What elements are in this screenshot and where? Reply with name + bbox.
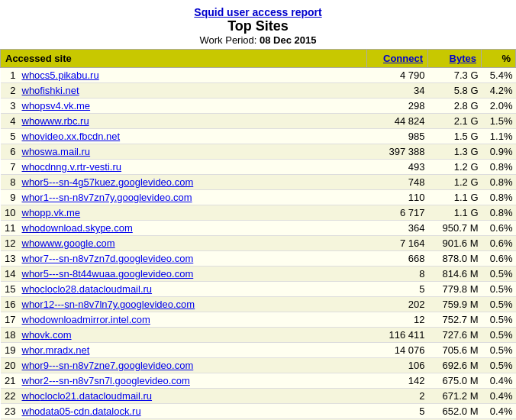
site-link[interactable]: psv4.vk.me (40, 100, 90, 111)
who-link[interactable]: who (22, 69, 40, 81)
site-link[interactable]: fishki.net (40, 85, 79, 96)
site-link[interactable]: r2---sn-n8v7sn7l.googlevideo.com (40, 375, 190, 386)
row-number: 4 (1, 114, 19, 129)
row-connect: 397 388 (367, 144, 428, 160)
row-site[interactable]: whor5---sn-8t44wuaa.googlevideo.com (19, 267, 367, 282)
row-connect: 6 717 (367, 205, 428, 221)
table-row: 8whor5---sn-4g57kuez.googlevideo.com7481… (1, 175, 516, 190)
site-link[interactable]: pp.vk.me (40, 207, 80, 218)
who-link[interactable]: who (22, 283, 40, 295)
site-link[interactable]: download.skype.com (40, 222, 132, 234)
row-connect: 110 (367, 190, 428, 205)
row-site[interactable]: whowww.google.com (19, 236, 367, 251)
row-site[interactable]: whoswa.mail.ru (19, 144, 367, 160)
row-number: 18 (1, 328, 19, 343)
site-link[interactable]: cloclo28.datacloudmail.ru (40, 283, 152, 295)
who-link[interactable]: who (22, 314, 40, 325)
site-link[interactable]: www.rbc.ru (40, 115, 89, 127)
row-site[interactable]: whovk.com (19, 328, 367, 343)
report-title-link[interactable]: Squid user access report (194, 6, 321, 18)
who-link[interactable]: who (22, 268, 40, 279)
site-link[interactable]: video.xx.fbcdn.net (40, 131, 120, 142)
site-link[interactable]: data05-cdn.datalock.ru (40, 405, 140, 417)
row-site[interactable]: whor5---sn-4g57kuez.googlevideo.com (19, 175, 367, 190)
who-link[interactable]: who (22, 161, 40, 173)
site-link[interactable]: r5---sn-4g57kuez.googlevideo.com (40, 176, 193, 188)
site-link[interactable]: r7---sn-n8v7zn7d.googlevideo.com (40, 253, 193, 264)
site-link[interactable]: vk.com (40, 329, 71, 341)
row-site[interactable]: whowww.rbc.ru (19, 114, 367, 129)
row-percent: 0.4% (482, 373, 516, 389)
site-link[interactable]: r9---sn-n8v7zne7.googlevideo.com (40, 360, 193, 371)
row-connect: 5 (367, 282, 428, 297)
who-link[interactable]: who (22, 207, 40, 218)
who-link[interactable]: who (22, 344, 40, 356)
table-row: 15whocloclo28.datacloudmail.ru5779.8 M0.… (1, 282, 516, 297)
who-link[interactable]: who (22, 100, 40, 111)
site-link[interactable]: cdnng.v.rtr-vesti.ru (40, 161, 121, 173)
row-bytes: 2.1 G (428, 114, 482, 129)
site-link[interactable]: swa.mail.ru (40, 146, 90, 157)
row-site[interactable]: whor1---sn-n8v7zn7y.googlevideo.com (19, 190, 367, 205)
row-site[interactable]: whocloclo21.datacloudmail.ru (19, 389, 367, 404)
row-bytes: 1.2 G (428, 160, 482, 175)
site-link[interactable]: r1---sn-n8v7zn7y.googlevideo.com (40, 192, 192, 203)
who-link[interactable]: who (22, 253, 40, 264)
row-site[interactable]: whofishki.net (19, 83, 367, 99)
row-percent: 0.6% (482, 221, 516, 236)
row-connect: 985 (367, 129, 428, 144)
table-row: 21whor2---sn-n8v7sn7l.googlevideo.com142… (1, 373, 516, 389)
row-number: 19 (1, 343, 19, 358)
who-link[interactable]: who (22, 176, 40, 188)
row-site[interactable]: whor7---sn-n8v7zn7d.googlevideo.com (19, 251, 367, 267)
row-site[interactable]: whocloclo28.datacloudmail.ru (19, 282, 367, 297)
row-connect: 4 790 (367, 68, 428, 83)
who-link[interactable]: who (22, 192, 40, 203)
row-number: 11 (1, 221, 19, 236)
row-site[interactable]: whopp.vk.me (19, 205, 367, 221)
site-link[interactable]: r.mradx.net (40, 344, 89, 356)
who-link[interactable]: who (22, 131, 40, 142)
page-header: Squid user access report Top Sites Work … (0, 0, 516, 49)
row-site[interactable]: whocdnng.v.rtr-vesti.ru (19, 160, 367, 175)
row-connect: 748 (367, 175, 428, 190)
who-link[interactable]: who (22, 299, 40, 310)
who-link[interactable]: who (22, 390, 40, 402)
connect-column-header[interactable]: Connect (367, 50, 428, 68)
row-connect: 298 (367, 99, 428, 114)
row-site[interactable]: whor9---sn-n8v7zne7.googlevideo.com (19, 358, 367, 373)
row-site[interactable]: whodownloadmirror.intel.com (19, 312, 367, 328)
who-link[interactable]: who (22, 360, 40, 371)
row-site[interactable]: whor.mradx.net (19, 343, 367, 358)
site-link[interactable]: cs5.pikabu.ru (40, 69, 98, 81)
row-bytes: 1.3 G (428, 144, 482, 160)
row-site[interactable]: whodata05-cdn.datalock.ru (19, 404, 367, 419)
site-link[interactable]: cloclo21.datacloudmail.ru (40, 390, 152, 402)
who-link[interactable]: who (22, 222, 40, 234)
row-site[interactable]: whopsv4.vk.me (19, 99, 367, 114)
row-connect: 5 (367, 404, 428, 419)
row-site[interactable]: whovideo.xx.fbcdn.net (19, 129, 367, 144)
row-bytes: 752.7 M (428, 312, 482, 328)
who-link[interactable]: who (22, 329, 40, 341)
row-connect: 14 076 (367, 343, 428, 358)
row-site[interactable]: whocs5.pikabu.ru (19, 68, 367, 83)
who-link[interactable]: who (22, 375, 40, 386)
row-site[interactable]: whodownload.skype.com (19, 221, 367, 236)
site-link[interactable]: downloadmirror.intel.com (40, 314, 150, 325)
row-site[interactable]: whor12---sn-n8v7ln7y.googlevideo.com (19, 297, 367, 312)
bytes-column-header[interactable]: Bytes (428, 50, 482, 68)
site-link[interactable]: r12---sn-n8v7ln7y.googlevideo.com (40, 299, 195, 310)
who-link[interactable]: who (22, 237, 40, 249)
row-percent: 0.8% (482, 205, 516, 221)
who-link[interactable]: who (22, 405, 40, 417)
who-link[interactable]: who (22, 85, 40, 96)
who-link[interactable]: who (22, 115, 40, 127)
row-site[interactable]: whor2---sn-n8v7sn7l.googlevideo.com (19, 373, 367, 389)
who-link[interactable]: who (22, 146, 40, 157)
table-row: 18whovk.com116 411727.6 M0.5% (1, 328, 516, 343)
work-period: Work Period: 08 Dec 2015 (0, 34, 516, 46)
site-link[interactable]: r5---sn-8t44wuaa.googlevideo.com (40, 268, 193, 279)
work-period-date: 08 Dec 2015 (260, 34, 316, 46)
site-link[interactable]: www.google.com (40, 237, 114, 249)
